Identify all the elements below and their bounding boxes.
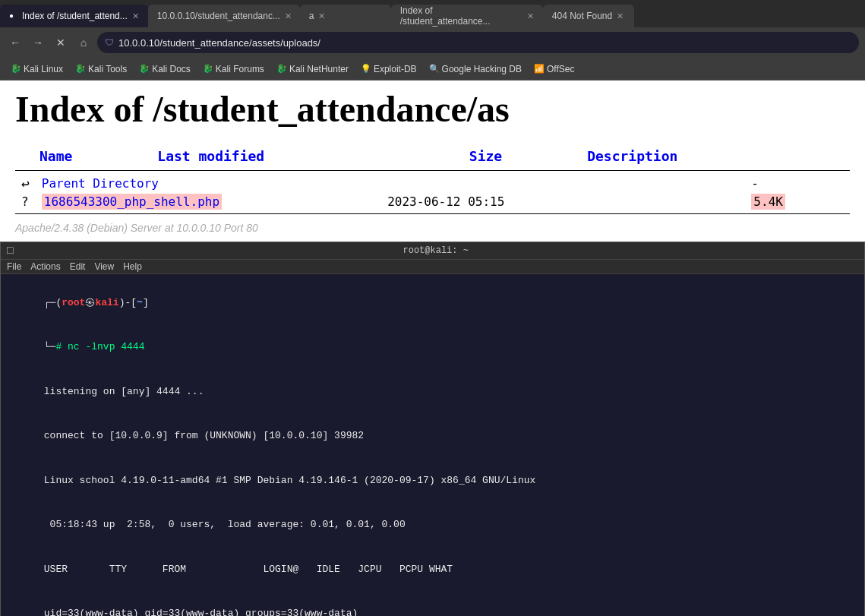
php-shell-name-cell: 1686543300_php_shell.php: [36, 193, 381, 210]
bookmark-nethunter-label: Kali NetHunter: [289, 64, 349, 74]
table-header-row: Name Last modified Size Description: [15, 145, 850, 167]
tab-bar: ● Index of /student_attend... ✕ 10.0.0.1…: [0, 0, 865, 27]
table-row: ↩ Parent Directory -: [15, 174, 850, 193]
bookmark-exploit-db[interactable]: 💡 Exploit-DB: [356, 62, 421, 76]
bookmark-kali-forums[interactable]: 🐉 Kali Forums: [198, 62, 269, 76]
tab-close-5[interactable]: ✕: [617, 11, 623, 21]
tab-close-4[interactable]: ✕: [527, 11, 534, 21]
terminal-output-linux: Linux school 4.19.0-11-amd64 #1 SMP Debi…: [44, 475, 536, 486]
bookmark-offsec[interactable]: 📶 OffSec: [529, 62, 579, 76]
terminal-line-header: USER TTY FROM LOGIN@ IDLE JCPU PCPU WHAT: [8, 547, 857, 592]
header-size-link[interactable]: Size: [469, 148, 502, 164]
exploit-db-icon: 💡: [361, 64, 371, 74]
terminal-menu-help[interactable]: Help: [123, 261, 142, 272]
bookmark-kali-linux-label: Kali Linux: [24, 64, 63, 74]
terminal-menu-view[interactable]: View: [94, 261, 114, 272]
forward-button[interactable]: →: [29, 33, 47, 52]
bookmark-kali-tools-label: Kali Tools: [88, 64, 127, 74]
browser-chrome: ● Index of /student_attend... ✕ 10.0.0.1…: [0, 0, 865, 81]
terminal-menubar: File Actions Edit View Help: [1, 260, 864, 274]
terminal-line-uptime: 05:18:43 up 2:58, 0 users, load average:…: [8, 503, 857, 548]
parent-dir-size-cell: -: [745, 174, 828, 193]
directory-table-body: ↩ Parent Directory - ? 1686543: [15, 174, 850, 210]
terminal-titlebar-left: □: [7, 245, 13, 257]
header-description: Description: [581, 145, 850, 167]
page-footer: Apache/2.4.38 (Debian) Server at 10.0.0.…: [15, 222, 850, 234]
kali-docs-icon: 🐉: [139, 64, 150, 74]
terminal-title: root@kali: ~: [403, 245, 468, 256]
terminal-bracket-close: )-[: [119, 297, 137, 308]
tab-1[interactable]: ● Index of /student_attend... ✕: [0, 5, 148, 27]
terminal-command-text: nc -lnvp 4444: [68, 341, 144, 352]
table-row: ? 1686543300_php_shell.php 2023-06-12 05…: [15, 193, 850, 210]
kali-forums-icon: 🐉: [203, 64, 213, 74]
tab-4[interactable]: Index of /student_attendance... ✕: [391, 5, 543, 27]
parent-dir-icon-cell: ↩: [15, 174, 36, 193]
bookmark-offsec-label: OffSec: [547, 64, 574, 74]
bookmark-kali-tools[interactable]: 🐉 Kali Tools: [71, 62, 131, 76]
terminal-output-connect: connect to [10.0.0.9] from (UNKNOWN) [10…: [44, 430, 364, 441]
tab-close-3[interactable]: ✕: [318, 11, 325, 21]
bookmark-kali-docs-label: Kali Docs: [152, 64, 191, 74]
bookmark-exploit-db-label: Exploit-DB: [374, 64, 417, 74]
header-desc-link[interactable]: Description: [587, 148, 677, 164]
reload-button[interactable]: ✕: [52, 33, 70, 52]
php-shell-link[interactable]: 1686543300_php_shell.php: [42, 194, 222, 210]
tab-2[interactable]: 10.0.0.10/student_attendanc... ✕: [148, 5, 300, 27]
php-shell-icon-cell: ?: [15, 193, 36, 210]
kali-nethunter-icon: 🐉: [276, 64, 287, 74]
security-shield-icon: 🛡: [105, 37, 114, 48]
terminal-user: root: [62, 297, 85, 308]
terminal-window: □ root@kali: ~ File Actions Edit View He…: [0, 242, 865, 616]
bookmark-google-hacking[interactable]: 🔍 Google Hacking DB: [425, 62, 526, 76]
google-hacking-icon: 🔍: [429, 64, 440, 74]
terminal-prompt-hash: └─: [44, 341, 56, 352]
tab-label-5: 404 Not Found: [552, 11, 612, 21]
tab-label-2: 10.0.0.10/student_attendanc...: [157, 11, 280, 21]
tab-label-3: a: [309, 11, 314, 21]
terminal-line-connect: connect to [10.0.0.9] from (UNKNOWN) [10…: [8, 414, 857, 459]
header-last-modified: Last modified: [151, 145, 463, 167]
tab-close-1[interactable]: ✕: [132, 11, 139, 21]
php-shell-name-highlight: 1686543300_php_shell.php: [42, 194, 222, 210]
terminal-output-uid-first: uid=33(www-data) gid=33(www-data) groups…: [44, 608, 358, 616]
header-divider: [15, 170, 850, 171]
php-shell-size-cell: 5.4K: [745, 193, 828, 210]
kali-linux-icon: 🐉: [11, 64, 21, 74]
address-text: 10.0.0.10/student_attendance/assets/uplo…: [118, 37, 851, 49]
php-shell-desc-cell: [828, 193, 850, 210]
terminal-menu-actions[interactable]: Actions: [30, 261, 60, 272]
header-icon-cell: [15, 145, 33, 167]
tab-label-4: Index of /student_attendance...: [400, 5, 522, 27]
terminal-line-listening: listening on [any] 4444 ...: [8, 369, 857, 414]
bookmark-kali-linux[interactable]: 🐉 Kali Linux: [6, 62, 68, 76]
header-modified-link[interactable]: Last modified: [157, 148, 264, 164]
back-button[interactable]: ←: [6, 33, 24, 52]
header-name-link[interactable]: Name: [39, 148, 72, 164]
bookmark-kali-nethunter[interactable]: 🐉 Kali NetHunter: [272, 62, 353, 76]
directory-table: Name Last modified Size Description: [15, 145, 850, 167]
address-bar-row: ← → ✕ ⌂ 🛡 10.0.0.10/student_attendance/a…: [0, 27, 865, 58]
header-size: Size: [463, 145, 581, 167]
tab-5[interactable]: 404 Not Found ✕: [543, 5, 634, 27]
terminal-output-uptime: 05:18:43 up 2:58, 0 users, load average:…: [44, 519, 406, 530]
kali-tools-icon: 🐉: [75, 64, 86, 74]
offsec-icon: 📶: [534, 64, 545, 74]
bookmark-google-hacking-label: Google Hacking DB: [442, 64, 522, 74]
terminal-menu-file[interactable]: File: [7, 261, 21, 272]
home-button[interactable]: ⌂: [74, 33, 93, 52]
tab-close-2[interactable]: ✕: [285, 11, 292, 21]
tab-3[interactable]: a ✕: [300, 5, 391, 27]
terminal-dir: ~: [137, 297, 143, 308]
terminal-menu-edit[interactable]: Edit: [70, 261, 86, 272]
parent-dir-name-cell: Parent Directory: [36, 174, 381, 193]
parent-dir-desc-cell: [828, 174, 850, 193]
page-content: Index of /student_attendance/as Name Las…: [0, 81, 865, 242]
bookmark-kali-docs[interactable]: 🐉 Kali Docs: [134, 62, 195, 76]
parent-dir-link[interactable]: Parent Directory: [42, 176, 159, 191]
terminal-line-linux: Linux school 4.19.0-11-amd64 #1 SMP Debi…: [8, 458, 857, 503]
terminal-output-listening: listening on [any] 4444 ...: [44, 386, 204, 397]
footer-divider: [15, 213, 850, 214]
terminal-line-cmd: └─# nc -lnvp 4444: [8, 325, 857, 370]
address-bar[interactable]: 🛡 10.0.0.10/student_attendance/assets/up…: [97, 32, 859, 53]
